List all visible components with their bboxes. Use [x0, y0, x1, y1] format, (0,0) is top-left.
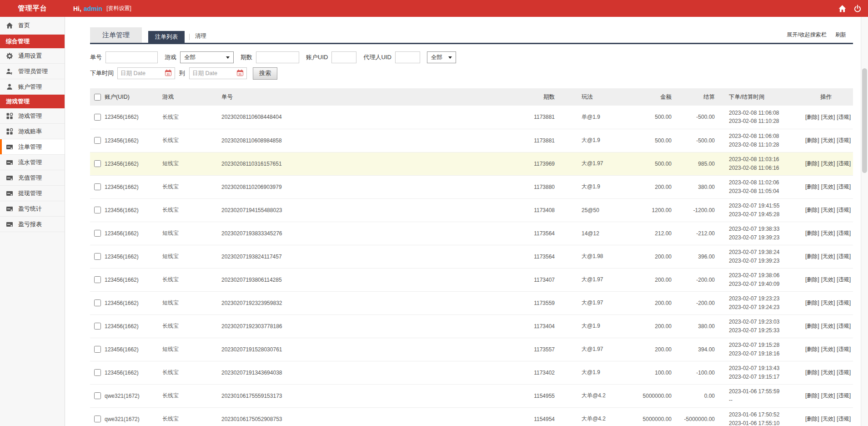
- action-link[interactable]: [无效]: [821, 416, 835, 422]
- action-link[interactable]: [删除]: [805, 253, 819, 259]
- row-checkbox[interactable]: [94, 253, 101, 260]
- order-no-input[interactable]: [105, 51, 158, 63]
- action-link[interactable]: [删除]: [805, 323, 819, 329]
- row-checkbox[interactable]: [94, 276, 101, 283]
- sidebar-item[interactable]: 账户管理: [0, 79, 65, 95]
- action-link[interactable]: [删除]: [805, 416, 819, 422]
- row-checkbox[interactable]: [94, 137, 101, 144]
- action-link[interactable]: [无效]: [821, 392, 835, 399]
- action-link[interactable]: [删除]: [805, 207, 819, 213]
- order-card-icon: [6, 174, 13, 182]
- order-time: 2023-02-08 11:02:06: [729, 178, 799, 187]
- action-link[interactable]: [无效]: [821, 323, 835, 329]
- action-link[interactable]: [无效]: [821, 253, 835, 259]
- action-link[interactable]: [无效]: [821, 207, 835, 213]
- sidebar-item[interactable]: 首页: [0, 17, 65, 35]
- search-button[interactable]: 搜索: [253, 67, 277, 80]
- action-link[interactable]: [无效]: [821, 183, 835, 190]
- status-select[interactable]: 全部: [427, 51, 456, 63]
- account-uid-input[interactable]: [331, 51, 356, 63]
- order-time: 2023-01-06 17:55:59: [729, 387, 799, 396]
- calendar-icon[interactable]: 31: [165, 69, 172, 78]
- toggle-search-bar-link[interactable]: 展开/收起搜索栏: [787, 31, 826, 38]
- sidebar-item[interactable]: 盈亏报表: [0, 217, 65, 232]
- action-link[interactable]: [无效]: [821, 114, 835, 120]
- action-link[interactable]: [删除]: [805, 114, 819, 120]
- action-link[interactable]: [无效]: [821, 137, 835, 143]
- calendar-icon[interactable]: 31: [236, 69, 244, 78]
- action-link[interactable]: [违规]: [837, 323, 851, 329]
- action-link[interactable]: [删除]: [805, 299, 819, 306]
- sidebar-item[interactable]: 流水管理: [0, 155, 65, 170]
- action-link[interactable]: [违规]: [837, 416, 851, 422]
- action-link[interactable]: [违规]: [837, 183, 851, 190]
- row-checkbox[interactable]: [94, 392, 101, 399]
- home-icon[interactable]: [838, 5, 847, 13]
- action-link[interactable]: [删除]: [805, 369, 819, 375]
- action-link[interactable]: [删除]: [805, 230, 819, 236]
- action-link[interactable]: [删除]: [805, 276, 819, 283]
- action-link[interactable]: [删除]: [805, 137, 819, 143]
- action-link[interactable]: [违规]: [837, 114, 851, 120]
- action-link[interactable]: [删除]: [805, 392, 819, 399]
- action-link[interactable]: [违规]: [837, 230, 851, 236]
- action-link[interactable]: [无效]: [821, 276, 835, 283]
- agent-uid-input[interactable]: [395, 51, 420, 63]
- gear-icon: [6, 52, 13, 60]
- action-link[interactable]: [无效]: [821, 160, 835, 167]
- action-link[interactable]: [违规]: [837, 160, 851, 167]
- action-link[interactable]: [违规]: [837, 346, 851, 352]
- row-checkbox[interactable]: [94, 207, 101, 213]
- module-tab-order-management[interactable]: 注单管理: [90, 27, 142, 43]
- row-checkbox[interactable]: [94, 346, 101, 353]
- row-checkbox[interactable]: [94, 160, 101, 167]
- row-checkbox[interactable]: [94, 369, 101, 376]
- settle-time: 2023-02-08 11:10:28: [729, 117, 799, 126]
- tab-order-list[interactable]: 注单列表: [148, 31, 185, 43]
- scrollbar[interactable]: [861, 17, 868, 426]
- action-link[interactable]: [违规]: [837, 299, 851, 306]
- game-select[interactable]: 全部: [180, 51, 234, 63]
- sidebar-item[interactable]: 管理员管理: [0, 64, 65, 79]
- scrollbar-thumb[interactable]: [862, 68, 867, 173]
- action-link[interactable]: [无效]: [821, 230, 835, 236]
- row-checkbox[interactable]: [94, 416, 101, 422]
- sidebar-item[interactable]: 充值管理: [0, 170, 65, 186]
- profile-settings-link[interactable]: [资料设置]: [106, 5, 131, 12]
- action-link[interactable]: [无效]: [821, 369, 835, 375]
- action-link[interactable]: [删除]: [805, 160, 819, 167]
- action-link[interactable]: [违规]: [837, 207, 851, 213]
- cell-settle: -1200.00: [676, 198, 719, 222]
- action-link[interactable]: [删除]: [805, 183, 819, 190]
- sidebar-item[interactable]: 游戏赔率: [0, 124, 65, 139]
- action-link[interactable]: [违规]: [837, 276, 851, 283]
- row-checkbox[interactable]: [94, 323, 101, 330]
- row-checkbox[interactable]: [94, 230, 101, 237]
- row-checkbox[interactable]: [94, 299, 101, 306]
- logout-power-icon[interactable]: [853, 5, 862, 13]
- action-link[interactable]: [违规]: [837, 137, 851, 143]
- sidebar-item[interactable]: 盈亏统计: [0, 201, 65, 217]
- end-date-input[interactable]: 日期 Date 31: [189, 67, 247, 79]
- row-checkbox[interactable]: [94, 183, 101, 190]
- sidebar-item[interactable]: 通用设置: [0, 48, 65, 64]
- action-link[interactable]: [违规]: [837, 392, 851, 399]
- sidebar-item[interactable]: 提现管理: [0, 186, 65, 201]
- start-date-input[interactable]: 日期 Date 31: [117, 67, 175, 79]
- select-all-checkbox[interactable]: [94, 94, 101, 101]
- action-link[interactable]: [违规]: [837, 369, 851, 375]
- game-select-value: 全部: [184, 54, 196, 61]
- cell-settle: 0.00: [676, 384, 719, 407]
- sidebar-item[interactable]: 游戏管理: [0, 108, 65, 124]
- order-time: 2023-02-07 19:13:43: [729, 364, 799, 373]
- refresh-link[interactable]: 刷新: [835, 31, 846, 38]
- row-checkbox[interactable]: [94, 114, 101, 121]
- action-link[interactable]: [违规]: [837, 253, 851, 259]
- period-input[interactable]: [256, 51, 299, 63]
- action-link[interactable]: [删除]: [805, 346, 819, 352]
- sidebar-item[interactable]: 注单管理: [0, 139, 65, 155]
- action-link[interactable]: [无效]: [821, 299, 835, 306]
- tab-cleanup[interactable]: 清理: [195, 32, 206, 40]
- action-link[interactable]: [无效]: [821, 346, 835, 352]
- admin-users-icon: [6, 68, 13, 75]
